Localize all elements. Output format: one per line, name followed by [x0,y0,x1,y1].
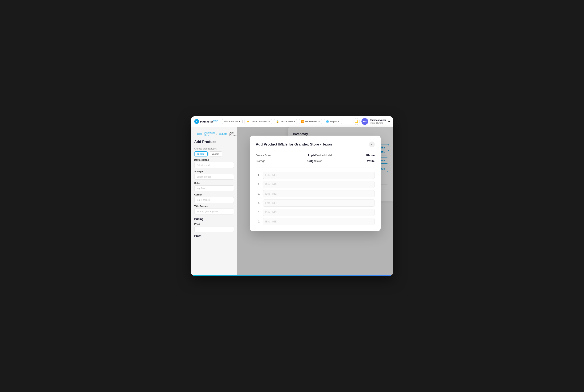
right-panel: ＋ + IMEIs Inventory ✓ Track Quantity QUA… [237,127,393,275]
profit-label: Profit [194,234,234,238]
user-details: Ramses Nunez Store Owner [370,118,386,124]
user-menu[interactable]: RN Ramses Nunez Store Owner ▾ [361,118,390,125]
lock-icon: 🔒 [276,120,279,123]
title-preview-input[interactable] [194,208,234,214]
shortcuts-icon: ⌨ [224,120,228,123]
breadcrumb-sep-2: › [216,133,217,135]
device-model-row: Device Model iPhone [315,152,375,158]
trusted-partners-button[interactable]: 🤝 Trusted Partners ▾ [244,119,272,124]
imei-num-2: 2. [256,183,260,186]
color-val: White [367,160,375,162]
shortcuts-label: Shortcuts [228,120,238,123]
imei-num-3: 3. [256,192,260,195]
product-type-buttons: Single Variant [194,152,234,156]
imei-modal: Add Product IMEIs for Grandex Store - Te… [250,136,381,231]
imei-row-4: 4. [256,200,375,207]
dark-mode-button[interactable]: 🌙 [353,118,360,125]
device-brand-key: Device Brand [256,154,272,157]
imei-input-2[interactable] [263,181,375,188]
price-label: Price [194,223,234,225]
user-chevron-icon: ▾ [388,120,390,124]
imei-num-5: 5. [256,211,260,214]
price-input[interactable] [194,226,234,232]
shortcuts-button[interactable]: ⌨ Shortcuts ▾ [222,119,243,124]
color-label: Color [194,182,234,184]
language-label: English [330,120,337,123]
back-link[interactable]: ← Back [194,133,202,135]
wireless-label: Fix Wireless [305,120,318,123]
main-area: ← Back Dashboard Home › Products › Add P… [191,127,393,275]
product-type-label: Choose product type ℹ [194,148,234,150]
device-model-key: Device Model [315,154,332,157]
color-input[interactable] [194,185,234,191]
back-arrow-icon: ← [194,133,197,135]
info-icon: ℹ [216,148,217,150]
carrier-input[interactable] [194,197,234,203]
device-brand-val: Apple [307,154,315,157]
breadcrumb-add-product: Add Product [229,131,237,136]
sidebar-form: ← Back Dashboard Home › Products › Add P… [191,127,237,275]
storage-label: Storage [194,170,234,173]
lock-screen-label: Lock Screen [280,120,293,123]
app-frame: ⚙ FixmasterPRO ⌨ Shortcuts ▾ 🤝 Trusted P… [191,116,393,276]
chevron-down-icon-3: ▾ [294,120,295,123]
imei-row-3: 3. [256,190,375,197]
storage-input[interactable] [194,174,234,180]
wireless-button[interactable]: 📶 Fix Wireless ▾ [299,119,322,124]
color-row: Color White [315,158,375,164]
wireless-icon: 📶 [301,120,304,123]
imei-row-1: 1. [256,172,375,179]
breadcrumb-products[interactable]: Products [218,133,227,135]
breadcrumb-dashboard[interactable]: Dashboard Home [204,131,215,136]
partners-icon: 🤝 [247,120,250,123]
moon-icon: 🌙 [355,120,358,123]
logo-text: FixmasterPRO [200,120,218,123]
imei-num-1: 1. [256,174,260,177]
imei-input-1[interactable] [263,172,375,179]
navbar: ⚙ FixmasterPRO ⌨ Shortcuts ▾ 🤝 Trusted P… [191,116,393,127]
device-brand-input[interactable] [194,162,234,168]
app-logo: ⚙ FixmasterPRO [194,119,218,124]
variant-type-button[interactable]: Variant [209,152,222,156]
imei-input-3[interactable] [263,190,375,197]
user-role: Store Owner [370,122,386,124]
storage-val: 128gb [307,160,315,162]
modal-title: Add Product IMEIs for Grandex Store - Te… [256,142,332,146]
imei-input-4[interactable] [263,200,375,207]
storage-row: Storage 128gb [256,158,315,164]
imei-input-5[interactable] [263,209,375,216]
device-brand-row: Device Brand Apple [256,152,315,158]
language-icon: 🌐 [326,120,329,123]
modal-close-button[interactable]: × [369,142,375,148]
back-text: Back [197,133,202,135]
color-key: Color [315,160,322,162]
logo-icon: ⚙ [194,119,199,124]
chevron-down-icon-5: ▾ [338,120,340,123]
carrier-label: Carrier [194,193,234,196]
pricing-label: Pricing [194,218,234,220]
imei-row-6: 6. [256,218,375,225]
avatar: RN [361,118,368,125]
modal-header: Add Product IMEIs for Grandex Store - Te… [256,142,375,148]
bottom-bar [191,275,393,276]
chevron-down-icon-2: ▾ [268,120,270,123]
title-preview-label: Title Preview [194,205,234,208]
imei-input-6[interactable] [263,218,375,225]
nav-right: 🌙 RN Ramses Nunez Store Owner ▾ [353,118,390,125]
modal-overlay: Add Product IMEIs for Grandex Store - Te… [237,127,393,275]
breadcrumb: ← Back Dashboard Home › Products › Add P… [194,131,234,136]
single-type-button[interactable]: Single [194,152,208,156]
trusted-partners-label: Trusted Partners [250,120,268,123]
storage-key: Storage [256,160,266,162]
language-button[interactable]: 🌐 English ▾ [324,119,342,124]
imei-row-2: 2. [256,181,375,188]
imei-num-6: 6. [256,220,260,223]
lock-screen-button[interactable]: 🔒 Lock Screen ▾ [274,119,297,124]
logo-sub: PRO [213,120,218,122]
imei-row-5: 5. [256,209,375,216]
chevron-down-icon-4: ▾ [318,120,320,123]
chevron-down-icon: ▾ [239,120,240,123]
imei-num-4: 4. [256,202,260,204]
breadcrumb-sep-3: › [228,133,229,135]
imei-fields: 1.2.3.4.5.6. [256,172,375,225]
